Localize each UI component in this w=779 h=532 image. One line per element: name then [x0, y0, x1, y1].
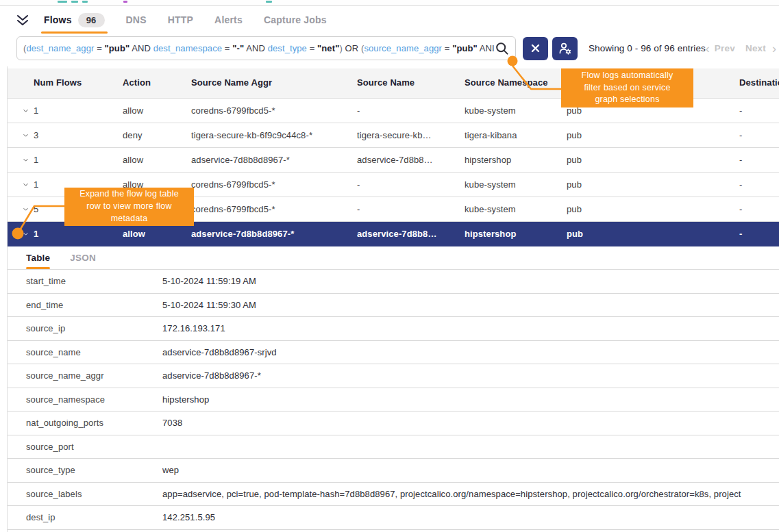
- query-search-input[interactable]: (dest_name_aggr = "pub" AND dest_namespa…: [16, 36, 516, 60]
- row-expander-chevron-icon[interactable]: [8, 182, 34, 188]
- search-icon[interactable]: [495, 42, 509, 55]
- detail-key: source_name: [8, 347, 162, 357]
- row-expander-chevron-icon[interactable]: [8, 207, 34, 212]
- next-chevron-icon: ›: [772, 42, 776, 55]
- query-token: "net": [317, 43, 339, 53]
- search-query[interactable]: (dest_name_aggr = "pub" AND dest_namespa…: [23, 43, 495, 53]
- flow-cell: tigera-secure-kb-6f9c9c44c8-*: [191, 130, 357, 140]
- detail-value: 172.16.193.171: [162, 323, 779, 333]
- query-token: ANI: [478, 43, 495, 53]
- flow-cell: coredns-6799fbcd5-*: [191, 105, 357, 116]
- tab-flows[interactable]: Flows 96: [44, 6, 105, 34]
- flow-cell: -: [739, 155, 779, 165]
- flow-cell: -: [357, 105, 465, 116]
- clear-filter-button[interactable]: [523, 37, 548, 60]
- cutoff-mark: [266, 1, 272, 3]
- flow-cell: -: [739, 105, 779, 116]
- detail-tab-bar: Table JSON: [8, 246, 779, 270]
- detail-key: nat_outgoing_ports: [8, 418, 162, 428]
- flow-cell: 1: [34, 229, 123, 239]
- flow-cell: coredns-6799fbcd5-*: [191, 179, 357, 190]
- detail-value: app=adservice, pci=true, pod-template-ha…: [162, 489, 779, 499]
- header-source-name: Source Name: [357, 77, 465, 89]
- detail-value: adservice-7d8b8d8967-srjvd: [162, 347, 779, 357]
- flow-cell: pub: [567, 179, 739, 190]
- header-source-namespace: Source Namespace: [465, 77, 567, 89]
- detail-key: source_type: [8, 465, 162, 475]
- detail-row: source_typewep: [8, 459, 779, 483]
- prev-button[interactable]: Prev: [715, 43, 735, 53]
- header-source-name-aggr: Source Name Aggr: [191, 77, 357, 89]
- row-expander-chevron-icon[interactable]: [8, 231, 34, 237]
- flow-cell: tigera-kibana: [465, 130, 567, 140]
- query-token: =: [442, 43, 452, 53]
- entries-count-text: Showing 0 - 96 of 96 entries: [589, 43, 706, 53]
- prev-chevron-icon: ‹: [706, 42, 710, 55]
- flow-cell: 1: [34, 155, 123, 165]
- tab-capture-jobs[interactable]: Capture Jobs: [264, 6, 327, 34]
- query-token: "-": [232, 43, 244, 53]
- cutoff-mark: [82, 1, 88, 3]
- row-expander-chevron-icon[interactable]: [8, 157, 34, 163]
- user-gear-icon: [558, 41, 572, 55]
- flow-cell: adservice-7d8b8d8967-*: [191, 229, 357, 239]
- flow-cell: allow: [123, 105, 191, 116]
- cutoff-mark: [71, 1, 78, 3]
- collapse-panel-icon[interactable]: [16, 14, 29, 26]
- pagination: ‹ Prev Next ›: [706, 42, 776, 55]
- cutoff-mark: [58, 1, 67, 3]
- flow-logs-panel: Flows 96 DNS HTTP Alerts Capture Jobs (d…: [0, 0, 779, 532]
- query-token: AND: [244, 43, 267, 53]
- detail-key: source_ip: [8, 323, 162, 333]
- tab-bar: Flows 96 DNS HTTP Alerts Capture Jobs: [0, 6, 779, 34]
- detail-row: dest_ip142.251.5.95: [8, 506, 779, 530]
- flows-count-badge: 96: [78, 13, 105, 27]
- flow-cell: kube-system: [465, 204, 567, 214]
- detail-row: source_labelsapp=adservice, pci=true, po…: [8, 483, 779, 507]
- detail-tab-json[interactable]: JSON: [70, 246, 96, 269]
- flow-cell: -: [739, 204, 779, 214]
- flow-cell: -: [357, 204, 465, 214]
- detail-value: adservice-7d8b8d8967-*: [162, 370, 779, 381]
- query-token: source_name_aggr: [364, 43, 442, 53]
- query-token: "pub": [452, 43, 478, 53]
- flow-cell: 1: [34, 105, 123, 116]
- detail-row: source_name_aggradservice-7d8b8d8967-*: [8, 364, 779, 388]
- cutoff-mark: [123, 1, 127, 3]
- query-token: AND: [129, 43, 153, 53]
- detail-value: hipstershop: [162, 394, 779, 405]
- tab-http[interactable]: HTTP: [168, 6, 193, 34]
- flow-cell: pub: [567, 155, 739, 165]
- callout-expand-tooltip: Expand the flow log table row to view mo…: [64, 188, 194, 226]
- flow-row[interactable]: 3denytigera-secure-kb-6f9c9c44c8-*tigera…: [8, 123, 779, 148]
- detail-row: source_namespacehipstershop: [8, 388, 779, 412]
- header-num-flows: Num Flows: [34, 77, 123, 89]
- tab-alerts[interactable]: Alerts: [214, 6, 243, 34]
- tab-dns[interactable]: DNS: [126, 6, 147, 34]
- next-button[interactable]: Next: [745, 43, 766, 53]
- query-token: =: [307, 43, 317, 53]
- header-action: Action: [123, 77, 191, 89]
- detail-tab-table[interactable]: Table: [26, 246, 50, 269]
- query-token: dest_name_aggr: [26, 43, 94, 53]
- user-settings-button[interactable]: [552, 37, 578, 60]
- flow-cell: pub: [567, 130, 739, 140]
- query-token: =: [222, 43, 232, 53]
- row-expander-chevron-icon[interactable]: [8, 108, 34, 114]
- flow-row[interactable]: 1allowadservice-7d8b8d8967-*adservice-7d…: [8, 148, 779, 173]
- header-destination-name: Destination Name: [739, 77, 779, 89]
- x-icon: [531, 44, 540, 53]
- query-token: "pub": [105, 43, 130, 53]
- row-expander-chevron-icon[interactable]: [8, 133, 34, 138]
- flow-cell: hipstershop: [465, 155, 567, 165]
- flow-cell: adservice-7d8b8…: [357, 229, 465, 239]
- flow-cell: adservice-7d8b8d8967-*: [191, 155, 357, 165]
- detail-row: end_time5-10-2024 11:59:30 AM: [8, 294, 779, 318]
- query-token: =: [94, 43, 104, 53]
- detail-key: source_namespace: [8, 394, 162, 405]
- query-token: OR: [343, 43, 361, 53]
- detail-key: end_time: [8, 300, 162, 310]
- flow-cell: tigera-secure-kb…: [357, 130, 465, 140]
- flow-cell: allow: [123, 155, 191, 165]
- detail-value: 7038: [162, 418, 779, 428]
